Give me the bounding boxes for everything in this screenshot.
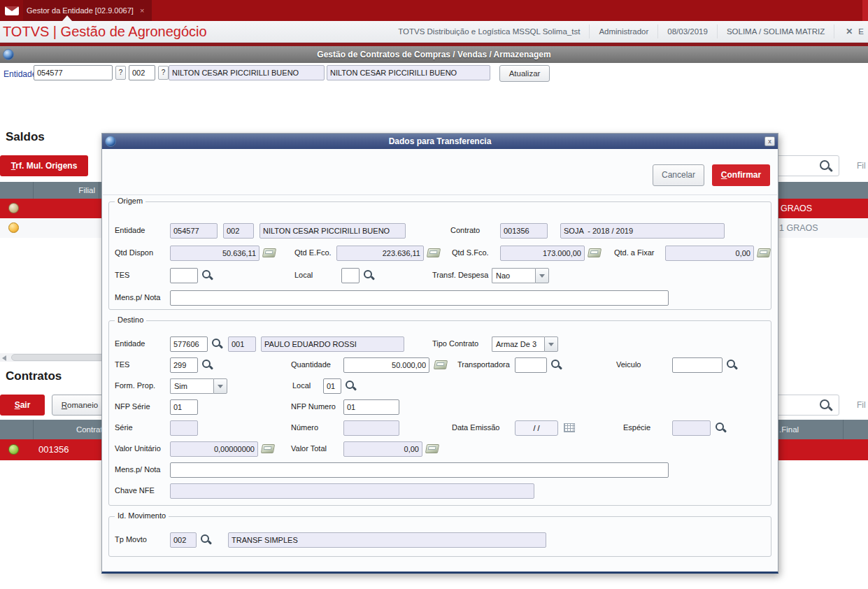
trf-mul-origens-button[interactable]: Trf. Mul. Origens: [0, 155, 88, 176]
contratos-header-final: .Final: [779, 420, 799, 439]
calendar-icon[interactable]: [564, 423, 575, 432]
scroll-left-arrow-icon[interactable]: [2, 355, 6, 361]
origem-local-input[interactable]: [341, 268, 360, 283]
form-prop-dropdown[interactable]: Sim: [170, 378, 227, 394]
quantidade-input[interactable]: [343, 357, 429, 373]
origem-contrato-code: [500, 223, 548, 239]
menu-bar: TOTVS | Gestão de Agronegócio TOTVS Dist…: [0, 21, 868, 43]
destino-mens-input[interactable]: [170, 462, 669, 478]
qtd-efco-label: Qtd E.Fco.: [294, 248, 332, 257]
exit-button[interactable]: ✕ E: [834, 24, 868, 38]
calculator-icon[interactable]: [261, 444, 275, 453]
origem-mens-input[interactable]: [170, 290, 669, 306]
saldos-heading: Saldos: [6, 130, 45, 144]
numero-field: [343, 420, 399, 436]
qtd-efco-field: [336, 246, 424, 261]
transf-despesa-dropdown[interactable]: Nao: [492, 268, 549, 283]
tab-pointer: [62, 15, 72, 21]
tipo-contrato-dropdown[interactable]: Armaz De 3: [492, 336, 558, 352]
destino-mens-label: Mens.p/ Nota: [115, 465, 160, 474]
destino-tes-input[interactable]: [170, 357, 198, 373]
romaneio-button[interactable]: Romaneio: [52, 395, 108, 416]
entity-store-input[interactable]: [129, 65, 155, 80]
lookup-icon[interactable]: [364, 270, 374, 281]
calculator-icon[interactable]: [425, 444, 439, 453]
tab-gestor-da-entidade[interactable]: Gestor da Entidade [02.9.0067] ×: [19, 0, 152, 21]
calculator-icon[interactable]: [588, 248, 602, 257]
column-divider: [99, 182, 99, 199]
search-icon: [820, 160, 832, 172]
mail-button[interactable]: [0, 0, 23, 21]
lookup-icon[interactable]: [202, 360, 213, 370]
destino-entidade-loja: [228, 336, 256, 352]
contratos-heading: Contratos: [6, 369, 62, 383]
nfp-serie-input[interactable]: [170, 399, 198, 415]
chevron-down-icon[interactable]: [544, 336, 558, 352]
lookup-icon[interactable]: [346, 381, 356, 391]
origem-contrato-label: Contrato: [450, 226, 480, 234]
data-emissao-label: Data Emissão: [452, 423, 499, 432]
dialog-close-button[interactable]: x: [764, 136, 775, 146]
entity-store-help-button[interactable]: ?: [158, 66, 169, 80]
chevron-down-icon[interactable]: [213, 378, 227, 394]
calculator-icon[interactable]: [262, 248, 276, 257]
tab-title: Gestor da Entidade [02.9.0067]: [27, 6, 134, 15]
confirm-button[interactable]: Confirmar: [712, 164, 770, 186]
chave-nfe-label: Chave NFE: [115, 486, 155, 495]
origem-entidade-code: [170, 223, 218, 239]
origem-tes-input[interactable]: [170, 268, 198, 283]
quantidade-label: Quantidade: [291, 360, 331, 369]
refresh-button[interactable]: Atualizar: [499, 65, 550, 82]
entity-name2-field: [327, 65, 490, 80]
date-label: 08/03/2019: [657, 24, 717, 38]
company-label: SOLIMA / SOLIMA MATRIZ: [717, 24, 834, 38]
data-emissao-input[interactable]: [515, 420, 558, 436]
corner-decoration: [862, 0, 868, 21]
form-prop-value: Sim: [170, 378, 213, 394]
dialog-title: Dados para Transferencia: [389, 136, 492, 146]
tp-movto-label: Tp Movto: [115, 535, 147, 544]
tab-close-icon[interactable]: ×: [140, 6, 144, 15]
origem-legend: Origem: [115, 197, 145, 205]
valor-unitario-field: [170, 441, 258, 457]
sair-button[interactable]: Sair: [0, 395, 45, 416]
saldos-header-filial: Filial: [33, 182, 95, 199]
chevron-down-icon[interactable]: [535, 268, 549, 283]
saldos-filter-label: Fil: [857, 161, 866, 171]
tp-movto-field: [170, 532, 197, 548]
valor-total-label: Valor Total: [291, 444, 327, 453]
entity-code-help-button[interactable]: ?: [115, 66, 126, 80]
serie-label: Série: [115, 423, 133, 432]
veiculo-label: Veiculo: [616, 360, 641, 369]
origem-entidade-label: Entidade: [115, 226, 145, 234]
destino-local-label: Local: [292, 381, 311, 390]
calculator-icon[interactable]: [427, 248, 441, 257]
origem-entidade-nome: [259, 223, 406, 239]
tipo-contrato-label: Tipo Contrato: [432, 339, 478, 348]
destino-fieldset: Destino Entidade Tipo Contrato Armaz De …: [108, 320, 771, 506]
close-x-icon: ✕: [846, 27, 853, 36]
window-title: Gestão de Contratos de Compras / Vendas …: [317, 50, 550, 59]
lookup-icon[interactable]: [551, 360, 562, 370]
status-dot-icon: [8, 203, 19, 213]
calculator-icon[interactable]: [757, 248, 771, 257]
column-divider: [843, 420, 844, 439]
lookup-icon[interactable]: [716, 423, 726, 433]
transportadora-label: Transportadora: [457, 360, 510, 369]
veiculo-input[interactable]: [672, 357, 723, 373]
cancel-button[interactable]: Cancelar: [653, 164, 704, 186]
serie-field: [170, 420, 198, 436]
nfp-numero-input[interactable]: [343, 399, 399, 415]
entity-code-input[interactable]: [34, 65, 113, 80]
lookup-icon[interactable]: [727, 360, 737, 370]
destino-entidade-input[interactable]: [170, 336, 208, 352]
destino-local-input[interactable]: [323, 378, 341, 394]
transportadora-input[interactable]: [515, 357, 547, 373]
contratos-filter-label: Fil: [857, 400, 866, 410]
qtd-dispon-label: Qtd Dispon: [115, 248, 153, 257]
lookup-icon[interactable]: [212, 339, 222, 349]
lookup-icon[interactable]: [201, 534, 211, 545]
lookup-icon[interactable]: [202, 270, 213, 281]
calculator-icon[interactable]: [434, 360, 448, 369]
tipo-contrato-value: Armaz De 3: [492, 336, 544, 352]
